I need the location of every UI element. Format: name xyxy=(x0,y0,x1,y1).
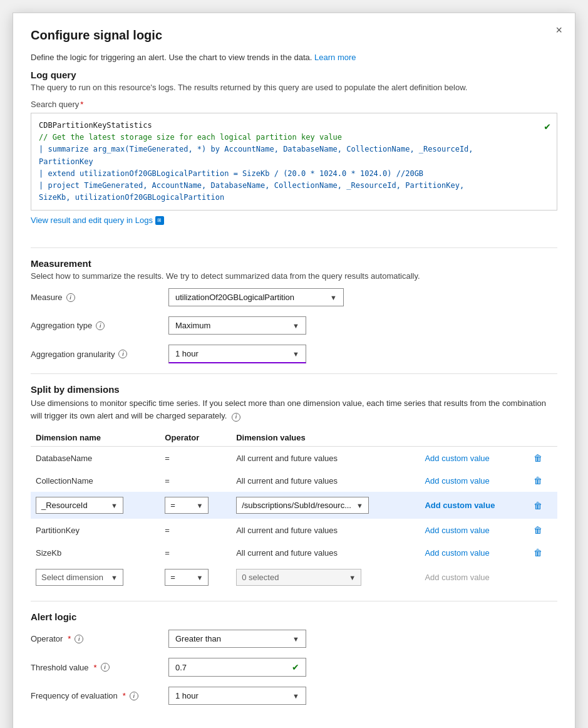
dimensions-table: Dimension name Operator Dimension values… xyxy=(31,429,557,591)
log-query-desc: The query to run on this resource's logs… xyxy=(31,83,557,92)
operator-row: Operator * i Greater than ▼ xyxy=(31,630,557,648)
add-custom-collectionname[interactable]: Add custom value xyxy=(425,476,489,486)
dim-values-collectionname: All current and future values xyxy=(231,469,420,492)
col-dimension-values: Dimension values xyxy=(231,429,420,447)
delete-partitionkey-button[interactable]: 🗑 xyxy=(531,524,545,536)
new-dim-op-chevron-icon: ▼ xyxy=(196,574,203,581)
split-by-dimensions-title: Split by dimensions xyxy=(31,384,557,395)
aggregation-granularity-info-icon: i xyxy=(118,350,127,358)
dim-values-resourceid-dropdown[interactable]: /subscriptions/SubId/resourc... ▼ xyxy=(236,497,369,514)
external-link-icon: ⊞ xyxy=(155,216,164,225)
add-custom-resourceid[interactable]: Add custom value xyxy=(425,501,495,510)
operator-chevron-icon: ▼ xyxy=(292,635,299,643)
divider-2 xyxy=(31,373,557,374)
query-line-7: SizeKb, utilizationOf20GBLogicalPartitio… xyxy=(39,192,549,204)
threshold-required-star: * xyxy=(94,663,97,672)
query-line-5: | extend utilizationOf20GBLogicalPartiti… xyxy=(39,168,549,180)
view-query-link[interactable]: View result and edit query in Logs ⊞ xyxy=(31,216,164,225)
aggregation-type-info-icon: i xyxy=(96,321,105,330)
dim-op-resourceid-cell: = ▼ xyxy=(160,492,231,519)
measure-info-icon: i xyxy=(66,293,75,302)
dim-op-resourceid-dropdown[interactable]: = ▼ xyxy=(165,497,209,514)
aggregation-type-chevron-icon: ▼ xyxy=(292,322,299,330)
required-star: * xyxy=(80,100,83,109)
dim-name-collectionname: CollectionName xyxy=(31,469,160,492)
frequency-row: Frequency of evaluation * i 1 hour ▼ xyxy=(31,687,557,705)
new-dim-op-dropdown[interactable]: = ▼ xyxy=(165,569,209,586)
threshold-check-icon: ✔ xyxy=(292,662,299,672)
query-valid-icon: ✔ xyxy=(544,118,550,135)
resourceid-op-chevron-icon: ▼ xyxy=(196,502,203,509)
delete-collectionname-button[interactable]: 🗑 xyxy=(531,474,545,487)
col-operator: Operator xyxy=(160,429,231,447)
dimensions-table-header: Dimension name Operator Dimension values xyxy=(31,429,557,447)
dim-values-databasename: All current and future values xyxy=(231,447,420,470)
threshold-label: Threshold value * i xyxy=(31,663,168,672)
aggregation-type-dropdown[interactable]: Maximum ▼ xyxy=(168,316,306,335)
new-dim-name-cell: Select dimension ▼ xyxy=(31,564,160,591)
query-line-3: | summarize arg_max(TimeGenerated, *) by… xyxy=(39,143,549,155)
select-dimension-chevron-icon: ▼ xyxy=(111,574,118,581)
new-dim-op-cell: = ▼ xyxy=(160,564,231,591)
measure-label: Measure i xyxy=(31,293,168,302)
dim-op-collectionname: = xyxy=(160,469,231,492)
dim-name-resourceid-cell: _ResourceId ▼ xyxy=(31,492,160,519)
aggregation-granularity-row: Aggregation granularity i 1 hour ▼ xyxy=(31,345,557,363)
delete-sizekb-button[interactable]: 🗑 xyxy=(531,546,545,559)
aggregation-granularity-chevron-icon: ▼ xyxy=(292,350,299,358)
intro-text: Define the logic for triggering an alert… xyxy=(31,53,557,62)
dim-op-sizekb: = xyxy=(160,541,231,564)
measure-dropdown[interactable]: utilizationOf20GBLogicalPartition ▼ xyxy=(168,288,344,306)
col-dimension-name: Dimension name xyxy=(31,429,160,447)
select-dimension-dropdown[interactable]: Select dimension ▼ xyxy=(36,569,123,586)
dim-name-partitionkey: PartitionKey xyxy=(31,519,160,541)
frequency-dropdown[interactable]: 1 hour ▼ xyxy=(168,687,306,705)
table-row: PartitionKey = All current and future va… xyxy=(31,519,557,541)
dialog-title: Configure signal logic xyxy=(31,28,557,43)
table-row: DatabaseName = All current and future va… xyxy=(31,447,557,470)
dim-name-resourceid-dropdown[interactable]: _ResourceId ▼ xyxy=(36,497,123,514)
frequency-info-icon: i xyxy=(130,692,138,700)
operator-info-icon: i xyxy=(75,635,83,643)
operator-label: Operator * i xyxy=(31,634,168,643)
threshold-info-icon: i xyxy=(101,663,110,672)
operator-required-star: * xyxy=(68,634,71,643)
add-custom-databasename[interactable]: Add custom value xyxy=(425,454,489,463)
aggregation-type-label: Aggregation type i xyxy=(31,321,168,330)
add-custom-sizekb[interactable]: Add custom value xyxy=(425,548,489,558)
dim-values-resourceid-cell: /subscriptions/SubId/resourc... ▼ xyxy=(231,492,420,519)
operator-dropdown[interactable]: Greater than ▼ xyxy=(168,630,306,648)
dim-op-partitionkey: = xyxy=(160,519,231,541)
add-custom-partitionkey[interactable]: Add custom value xyxy=(425,526,489,535)
aggregation-granularity-label: Aggregation granularity i xyxy=(31,350,168,359)
table-row-resourceid: _ResourceId ▼ = ▼ /subscriptions/SubId/r… xyxy=(31,492,557,519)
frequency-chevron-icon: ▼ xyxy=(292,692,299,700)
query-line-6: | project TimeGenerated, AccountName, Da… xyxy=(39,180,549,192)
threshold-input[interactable]: 0.7 ✔ xyxy=(168,658,306,677)
split-info-icon: i xyxy=(232,413,240,422)
new-dim-values-dropdown[interactable]: 0 selected ▼ xyxy=(236,569,361,586)
aggregation-granularity-dropdown[interactable]: 1 hour ▼ xyxy=(168,345,306,363)
frequency-label: Frequency of evaluation * i xyxy=(31,691,168,700)
measurement-section-title: Measurement xyxy=(31,258,557,269)
query-box[interactable]: ✔ CDBPartitionKeyStatistics // Get the l… xyxy=(31,113,557,211)
resourceid-values-chevron-icon: ▼ xyxy=(356,502,363,509)
table-row: SizeKb = All current and future values A… xyxy=(31,541,557,564)
query-line-1: CDBPartitionKeyStatistics xyxy=(39,120,549,132)
threshold-row: Threshold value * i 0.7 ✔ xyxy=(31,658,557,677)
query-line-4: PartitionKey xyxy=(39,156,549,168)
new-dim-values-cell: 0 selected ▼ xyxy=(231,564,420,591)
measurement-desc: Select how to summarize the results. We … xyxy=(31,271,557,281)
new-dimension-row: Select dimension ▼ = ▼ 0 selected ▼ xyxy=(31,564,557,591)
search-query-label: Search query* xyxy=(31,100,557,109)
frequency-required-star: * xyxy=(123,691,126,700)
dim-values-partitionkey: All current and future values xyxy=(231,519,420,541)
query-line-2: // Get the latest storage size for each … xyxy=(39,132,549,143)
delete-resourceid-button[interactable]: 🗑 xyxy=(531,499,545,512)
close-button[interactable]: × xyxy=(555,24,562,36)
dim-op-databasename: = xyxy=(160,447,231,470)
delete-databasename-button[interactable]: 🗑 xyxy=(531,452,545,464)
learn-more-link[interactable]: Learn more xyxy=(314,53,356,62)
dim-values-sizekb: All current and future values xyxy=(231,541,420,564)
split-by-dimensions-desc: Use dimensions to monitor specific time … xyxy=(31,397,557,422)
